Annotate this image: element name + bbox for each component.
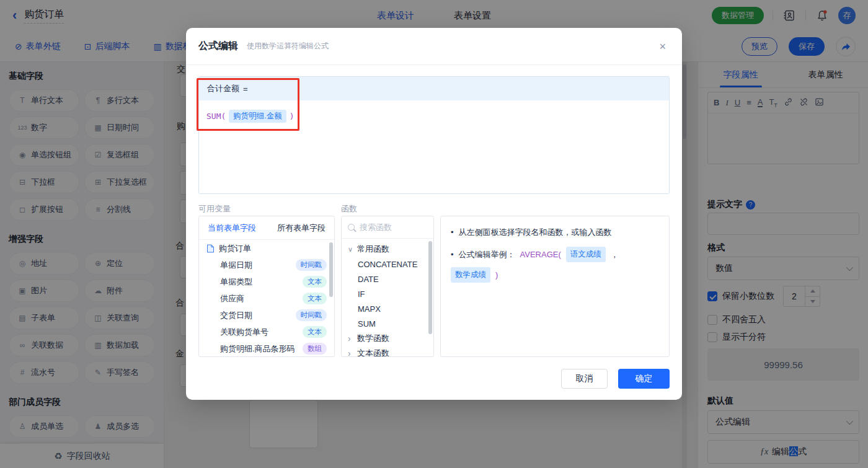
function-group-text[interactable]: 文本函数 [342, 346, 433, 357]
chevron-right-icon [348, 333, 353, 343]
type-badge: 文本 [303, 293, 327, 304]
variables-scrollbar-thumb[interactable] [329, 242, 333, 297]
field-token[interactable]: 购货明细.金额 [229, 110, 286, 123]
dialog-title: 公式编辑 [198, 40, 238, 53]
form-name: 购货订单 [219, 243, 251, 254]
cancel-button[interactable]: 取消 [561, 369, 608, 389]
search-icon [348, 224, 355, 231]
type-badge: 文本 [303, 326, 327, 338]
tab-current-form-fields[interactable]: 当前表单字段 [208, 223, 256, 234]
formula-edit-dialog: 公式编辑 使用数学运算符编辑公式 × 合计金额 = SUM( 购货明细.金额 )… [186, 28, 682, 400]
function-close-token: ) [290, 112, 294, 121]
help-example: • 公式编辑举例： AVERAGE( 语文成绩 ， 数学成绩 ) [451, 247, 659, 283]
function-item[interactable]: SUM [342, 316, 433, 331]
example-comma: ， [611, 248, 619, 261]
variable-item[interactable]: 购货明细.商品条形码数组 [199, 340, 334, 357]
function-tree: 常用函数 CONCATENATE DATE IF MAPX SUM 数学函数 文… [342, 239, 433, 357]
example-close-token: ) [495, 268, 498, 281]
example-function-token: AVERAGE( [520, 248, 561, 261]
close-icon[interactable]: × [659, 41, 666, 52]
help-tip: •从左侧面板选择字段名和函数，或输入函数 [451, 226, 659, 239]
type-badge: 数组 [303, 343, 327, 355]
functions-section-label: 函数 [341, 203, 357, 214]
dialog-subtitle: 使用数学运算符编辑公式 [247, 41, 329, 51]
functions-scrollbar-thumb[interactable] [428, 241, 432, 334]
variables-panel: 当前表单字段 所有表单字段 购货订单 单据日期时间戳 单据类型文本 供应商文本 … [198, 216, 335, 357]
functions-panel: 常用函数 CONCATENATE DATE IF MAPX SUM 数学函数 文… [341, 216, 434, 357]
function-search [342, 216, 433, 239]
function-search-input[interactable] [360, 223, 418, 232]
chevron-down-icon [348, 245, 353, 254]
function-group-math[interactable]: 数学函数 [342, 331, 433, 346]
type-badge: 时间戳 [296, 259, 327, 271]
formula-target-field: 合计金额 [207, 83, 239, 94]
function-item[interactable]: DATE [342, 272, 433, 286]
form-tree-root[interactable]: 购货订单 [199, 240, 334, 257]
variables-tabs: 当前表单字段 所有表单字段 [199, 216, 334, 240]
equals-sign: = [243, 84, 248, 94]
variable-item[interactable]: 供应商文本 [199, 290, 334, 307]
type-badge: 时间戳 [296, 309, 327, 321]
variables-section-label: 可用变量 [198, 203, 231, 214]
variable-item[interactable]: 关联购货单号文本 [199, 324, 334, 340]
variable-item[interactable]: 交货日期时间戳 [199, 307, 334, 324]
variable-item[interactable]: 单据类型文本 [199, 273, 334, 290]
example-field-token: 语文成绩 [566, 247, 606, 262]
chevron-right-icon [348, 348, 353, 357]
function-open-token: SUM( [206, 112, 226, 121]
function-item[interactable]: CONCATENATE [342, 257, 433, 272]
form-doc-icon [206, 244, 215, 253]
formula-editor[interactable]: 合计金额 = SUM( 购货明细.金额 ) [198, 76, 670, 194]
function-item[interactable]: MAPX [342, 301, 433, 316]
formula-expression[interactable]: SUM( 购货明细.金额 ) [199, 100, 669, 132]
type-badge: 文本 [303, 276, 327, 288]
example-prefix: 公式编辑举例： [459, 248, 515, 261]
dialog-header: 公式编辑 使用数学运算符编辑公式 × [186, 28, 682, 65]
confirm-button[interactable]: 确定 [618, 369, 670, 389]
function-group-common[interactable]: 常用函数 [342, 242, 433, 257]
function-item[interactable]: IF [342, 286, 433, 301]
tab-all-form-fields[interactable]: 所有表单字段 [277, 223, 326, 234]
formula-target-row: 合计金额 = [199, 77, 669, 100]
variable-item[interactable]: 单据日期时间戳 [199, 257, 334, 273]
formula-help-panel: •从左侧面板选择字段名和函数，或输入函数 • 公式编辑举例： AVERAGE( … [440, 216, 670, 357]
example-field-token: 数学成绩 [451, 267, 490, 283]
